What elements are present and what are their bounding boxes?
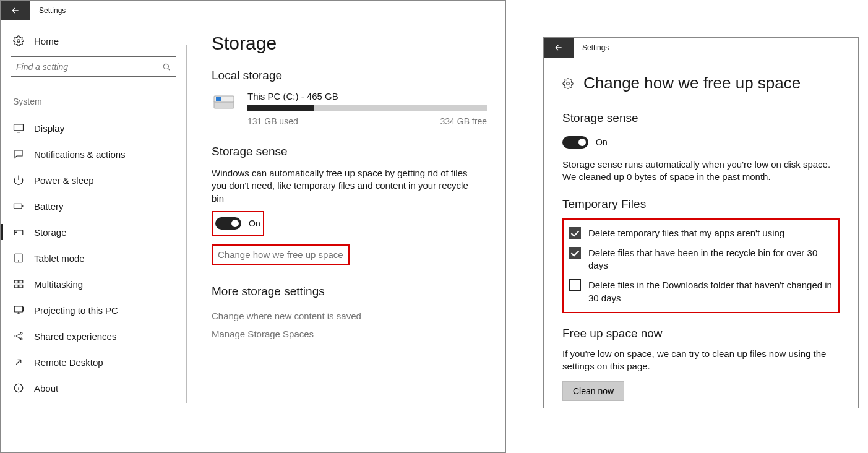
- nav-label: Storage: [34, 227, 67, 238]
- more-storage-heading: More storage settings: [212, 285, 487, 298]
- svg-rect-9: [19, 280, 23, 283]
- svg-point-15: [20, 338, 22, 340]
- svg-rect-2: [14, 124, 24, 131]
- main-content: Storage Local storage This PC (C:) - 465…: [187, 20, 505, 452]
- svg-rect-8: [14, 280, 18, 283]
- sidebar-item-storage[interactable]: Storage: [11, 219, 176, 245]
- sidebar: Home System DisplayNotifications & actio…: [1, 20, 186, 452]
- nav-icon: [13, 278, 24, 290]
- sidebar-group-system: System: [11, 94, 176, 115]
- sidebar-item-notifications-actions[interactable]: Notifications & actions: [11, 141, 176, 167]
- nav-label: Battery: [34, 201, 64, 212]
- svg-rect-3: [14, 204, 22, 209]
- nav-label: Power & sleep: [34, 175, 94, 186]
- nav-icon: [13, 149, 24, 160]
- sidebar-item-display[interactable]: Display: [11, 115, 176, 141]
- checkbox-label: Delete files that have been in the recyc…: [588, 247, 833, 272]
- change-free-up-link[interactable]: Change how we free up space: [218, 248, 343, 261]
- storage-sense-toggle[interactable]: On: [215, 214, 260, 233]
- search-box[interactable]: [11, 56, 176, 77]
- nav-label: Multitasking: [34, 279, 83, 290]
- svg-point-20: [567, 82, 570, 85]
- gear-icon: [13, 35, 24, 46]
- sidebar-home[interactable]: Home: [11, 32, 176, 56]
- nav-label: Projecting to this PC: [34, 305, 118, 316]
- temp-files-check-2[interactable]: Delete files in the Downloads folder tha…: [569, 275, 833, 308]
- nav-label: Remote Desktop: [34, 357, 103, 368]
- checkbox-icon[interactable]: [569, 247, 581, 259]
- svg-point-5: [16, 232, 17, 233]
- page-title: Change how we free up space: [583, 74, 801, 93]
- manage-storage-spaces-link[interactable]: Manage Storage Spaces: [212, 325, 487, 343]
- window-title: Settings: [574, 43, 609, 52]
- settings-storage-window: Settings Home System DisplayNotification…: [0, 0, 506, 453]
- local-storage-heading: Local storage: [212, 69, 487, 82]
- svg-rect-19: [216, 97, 221, 101]
- drive-usage-bar: [247, 105, 487, 111]
- checkbox-label: Delete files in the Downloads folder tha…: [588, 279, 833, 304]
- storage-sense-heading: Storage sense: [562, 111, 840, 125]
- titlebar: Settings: [544, 38, 858, 58]
- titlebar: Settings: [1, 1, 505, 20]
- nav-icon: [13, 252, 24, 264]
- svg-point-1: [163, 64, 168, 69]
- sidebar-item-about[interactable]: About: [11, 375, 176, 401]
- nav-icon: [13, 201, 24, 212]
- drive-used-label: 131 GB used: [247, 116, 298, 126]
- nav-label: Shared experiences: [34, 331, 116, 342]
- sidebar-item-projecting-to-this-pc[interactable]: Projecting to this PC: [11, 297, 176, 323]
- highlight-toggle: On: [212, 211, 264, 236]
- sidebar-item-shared-experiences[interactable]: Shared experiences: [11, 323, 176, 349]
- checkbox-icon[interactable]: [569, 279, 581, 291]
- nav-icon: [13, 330, 24, 342]
- free-up-now-desc: If you're low on space, we can try to cl…: [562, 348, 840, 373]
- home-label: Home: [34, 36, 59, 46]
- storage-sense-heading: Storage sense: [212, 145, 487, 158]
- nav-label: Display: [34, 123, 64, 134]
- storage-sense-toggle[interactable]: On: [562, 132, 840, 152]
- sidebar-item-tablet-mode[interactable]: Tablet mode: [11, 245, 176, 271]
- temp-files-check-0[interactable]: Delete temporary files that my apps aren…: [569, 223, 833, 243]
- temporary-files-heading: Temporary Files: [562, 197, 840, 211]
- svg-point-14: [20, 332, 22, 334]
- svg-point-7: [18, 261, 19, 261]
- svg-rect-11: [19, 285, 23, 288]
- sidebar-item-battery[interactable]: Battery: [11, 193, 176, 219]
- search-input[interactable]: [16, 62, 162, 72]
- nav-label: About: [34, 383, 58, 394]
- drive-name: This PC (C:) - 465 GB: [247, 91, 487, 101]
- back-button[interactable]: [1, 1, 30, 20]
- svg-point-13: [15, 335, 17, 337]
- storage-sense-status-text: Storage sense runs automatically when yo…: [562, 158, 840, 184]
- nav-icon: [13, 123, 24, 134]
- back-button[interactable]: [544, 38, 574, 58]
- nav-label: Notifications & actions: [34, 149, 126, 160]
- window-title: Settings: [30, 6, 66, 15]
- highlight-checks: Delete temporary files that my apps aren…: [562, 218, 840, 313]
- nav-icon: [13, 304, 24, 316]
- sidebar-item-remote-desktop[interactable]: Remote Desktop: [11, 349, 176, 375]
- nav-icon: [13, 175, 24, 186]
- sidebar-item-power-sleep[interactable]: Power & sleep: [11, 167, 176, 193]
- svg-point-0: [17, 40, 20, 43]
- search-icon: [162, 63, 171, 71]
- toggle-switch[interactable]: [562, 136, 588, 149]
- nav-icon: [13, 356, 24, 368]
- highlight-changelink: Change how we free up space: [212, 244, 350, 265]
- change-content-location-link[interactable]: Change where new content is saved: [212, 307, 487, 325]
- drive-row[interactable]: This PC (C:) - 465 GB 131 GB used 334 GB…: [212, 91, 487, 126]
- svg-rect-12: [14, 306, 23, 312]
- toggle-switch[interactable]: [215, 217, 241, 230]
- temp-files-check-1[interactable]: Delete files that have been in the recyc…: [569, 243, 833, 276]
- free-up-now-heading: Free up space now: [562, 327, 840, 340]
- nav-icon: [13, 226, 24, 238]
- svg-rect-10: [14, 285, 18, 288]
- sidebar-item-multitasking[interactable]: Multitasking: [11, 271, 176, 297]
- checkbox-label: Delete temporary files that my apps aren…: [588, 227, 784, 239]
- toggle-label: On: [596, 137, 608, 147]
- clean-now-button[interactable]: Clean now: [562, 381, 624, 401]
- gear-icon: [562, 78, 574, 89]
- storage-sense-desc: Windows can automatically free up space …: [212, 167, 471, 205]
- checkbox-icon[interactable]: [569, 227, 581, 239]
- toggle-label: On: [249, 218, 260, 228]
